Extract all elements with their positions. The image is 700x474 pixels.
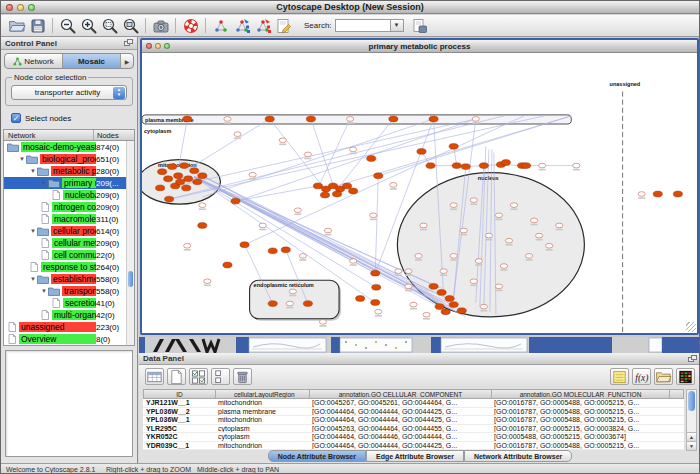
table-scrollbar[interactable]: ▲ ▼ [686, 389, 697, 451]
tree-row-metabolic-process[interactable]: ▼metabolic process280(0) [4, 165, 134, 177]
network-canvas[interactable]: plasma membranecytoplasmmitochondrionnuc… [142, 53, 697, 333]
attribute-import-button[interactable] [410, 16, 431, 36]
tab-network-attribute-browser[interactable]: Network Attribute Browser [464, 450, 572, 462]
tree-col-network[interactable]: Network [4, 130, 94, 140]
tree-row-label: secretion [63, 298, 96, 308]
tree-row-label: response to stimulu [41, 262, 96, 272]
save-button[interactable] [27, 16, 48, 36]
notes-button[interactable] [610, 368, 629, 385]
tree-scrollbar[interactable] [126, 141, 134, 345]
table-row[interactable]: YPL036W__2plasma membrane[GO:0044464, GO… [143, 408, 684, 417]
scroll-down-button[interactable]: ▼ [687, 441, 696, 450]
network-tree: Network Nodes mosaic-demo-yeast874(0)▼bi… [3, 129, 135, 346]
table-row[interactable]: YKR052Ccytoplasm[GO:0044464, GO:0044446,… [143, 433, 684, 442]
tree-row-cell-communicat[interactable]: cell communicat22(0) [4, 249, 134, 261]
expander-icon[interactable]: ▼ [40, 180, 48, 186]
expander-icon[interactable]: ▼ [29, 168, 37, 174]
tree-col-nodes[interactable]: Nodes [94, 130, 134, 140]
tree-row-macromolecule[interactable]: macromolecule311(0) [4, 213, 134, 225]
data-panel-header: Data Panel [139, 353, 700, 365]
birdseye-view[interactable] [5, 350, 133, 457]
open-folder-icon [8, 17, 26, 35]
table-row[interactable]: YJR121W__1mitochondrion[GO:0045267, GO:0… [143, 399, 684, 408]
tree-row-mosaic-demo-yeast[interactable]: mosaic-demo-yeast874(0) [4, 141, 134, 153]
control-panel-title: Control Panel [5, 39, 124, 48]
heatmap-button[interactable] [676, 368, 695, 385]
node-color-selection-group: Node color selection transporter activit… [5, 77, 133, 106]
expander-icon[interactable]: ▼ [18, 156, 26, 162]
table-select-button[interactable] [145, 368, 164, 385]
help-ring-button[interactable] [180, 16, 201, 36]
background-windows-strip[interactable] [139, 337, 700, 353]
float-panel-icon[interactable] [124, 39, 133, 47]
import-folder-button[interactable] [654, 368, 673, 385]
table-row[interactable]: YLR295Ccytoplasm[GO:0045263, GO:0044464,… [143, 425, 684, 434]
tab-node-attribute-browser[interactable]: Node Attribute Browser [268, 450, 366, 462]
function-button[interactable]: f(x) [632, 368, 651, 385]
folder-icon [7, 142, 19, 152]
attribute-matrix-button[interactable] [189, 368, 208, 385]
network-edit-red-button[interactable] [252, 16, 273, 36]
table-scrollbar-thumb[interactable] [688, 391, 695, 411]
expander-icon[interactable]: ▼ [29, 276, 37, 282]
select-nodes-checkbox[interactable]: ✓ [11, 113, 21, 123]
network-edit-blue-button[interactable] [231, 16, 252, 36]
tree-scrollbar-thumb[interactable] [128, 271, 133, 287]
network-window-titlebar[interactable]: primary metabolic process [142, 40, 697, 53]
column-header[interactable]: annotation.GO CELLULAR_COMPONENT [310, 390, 492, 398]
tree-row-establishment-of-lo[interactable]: ▼establishment of lo558(0) [4, 273, 134, 285]
tree-row-transport[interactable]: ▼transport558(0) [4, 285, 134, 297]
zoom-region-button[interactable] [99, 16, 120, 36]
attribute-pair-button[interactable] [211, 368, 230, 385]
float-data-panel-icon[interactable] [688, 355, 697, 363]
column-header[interactable]: ID [144, 390, 216, 398]
table-row[interactable]: YDR039C__1mitochondrion[GO:0044464, GO:0… [143, 442, 684, 451]
file-icon [40, 202, 50, 212]
tab-scroll-right-button[interactable]: ▶ [121, 54, 133, 68]
expander-icon[interactable]: ▼ [40, 288, 48, 294]
search-options-dropdown[interactable]: ▼ [391, 19, 404, 32]
tab-edge-attribute-browser[interactable]: Edge Attribute Browser [366, 450, 464, 462]
network-view-window[interactable]: primary metabolic process plasma membran… [140, 38, 699, 335]
window-resize-grip[interactable] [686, 322, 696, 332]
open-folder-button[interactable] [6, 16, 27, 36]
tree-row-overview[interactable]: Overview8(0) [4, 333, 134, 345]
tree-row-cellular-metabol[interactable]: cellular metabol209(0) [4, 237, 134, 249]
tree-row-cellular-process[interactable]: ▼cellular process614(0) [4, 225, 134, 237]
tree-row-label: establishment of lo [51, 274, 96, 284]
table-cell: [GO:0045267, GO:0045261, GO:0044464, G..… [309, 399, 491, 407]
tree-row-secretion[interactable]: secretion41(0) [4, 297, 134, 309]
zoom-out-button[interactable] [57, 16, 78, 36]
tree-row-label: biological_process [40, 154, 96, 164]
toolbar-separator [145, 18, 146, 33]
node-color-combobox[interactable]: transporter activity ▲▼ [11, 85, 127, 100]
column-header[interactable]: _cellularLayoutRegion [216, 390, 310, 398]
select-nodes-row: ✓ Select nodes [11, 113, 137, 123]
tree-row-multi-organism-pro[interactable]: multi-organism pro42(0) [4, 309, 134, 321]
scroll-up-button[interactable]: ▲ [687, 432, 696, 441]
tree-row-unassigned[interactable]: unassigned223(0) [4, 321, 134, 333]
tab-network[interactable]: Network [5, 54, 63, 68]
delete-attribute-button[interactable] [233, 368, 252, 385]
tree-row-nucleobase-[interactable]: nucleobase-209(0) [4, 189, 134, 201]
network-view-button[interactable] [210, 16, 231, 36]
annotation-edit-button[interactable] [273, 16, 294, 36]
table-cell: [GO:0044464, GO:0044444, GO:0044425, G..… [309, 408, 491, 416]
zoom-in-button[interactable] [78, 16, 99, 36]
tree-row-nitrogen-compo[interactable]: nitrogen compo209(0) [4, 201, 134, 213]
new-attribute-button[interactable] [167, 368, 186, 385]
table-row[interactable]: YPL036W__1mitochondrion[GO:0044464, GO:0… [143, 416, 684, 425]
expander-icon[interactable]: ▼ [29, 228, 37, 234]
attribute-table-header: ID_cellularLayoutRegionannotation.GO CEL… [143, 389, 684, 399]
tree-row-biological-process[interactable]: ▼biological_process651(0) [4, 153, 134, 165]
column-header[interactable]: annotation.GO MOLECULAR_FUNCTION [492, 390, 670, 398]
table-cell: plasma membrane [215, 408, 309, 416]
snapshot-button[interactable] [150, 16, 171, 36]
search-input[interactable] [335, 19, 391, 32]
table-cell: [GO:0016787, GO:0005488, GO:0005215, G..… [491, 416, 669, 424]
tree-row-primary-metabo[interactable]: ▼primary metabo209(... [4, 177, 134, 189]
zoom-fit-button[interactable] [120, 16, 141, 36]
tree-row-response-to-stimulu[interactable]: response to stimulu264(0) [4, 261, 134, 273]
tree-row-label: metabolic process [51, 166, 96, 176]
tab-mosaic[interactable]: Mosaic [63, 54, 121, 68]
